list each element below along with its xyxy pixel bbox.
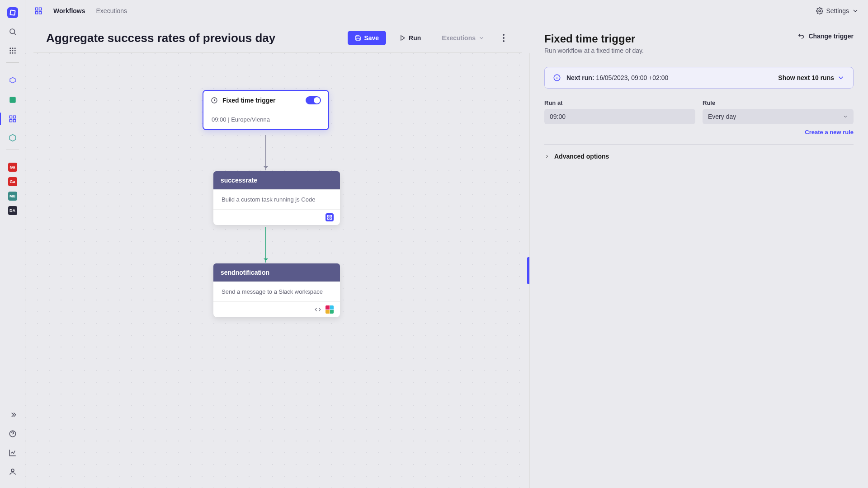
create-rule-link[interactable]: Create a new rule (805, 129, 854, 136)
svg-rect-30 (330, 218, 332, 220)
connector (265, 135, 266, 170)
help-icon[interactable] (7, 428, 18, 439)
rule-label: Rule (703, 99, 854, 106)
code-icon (314, 305, 322, 314)
svg-point-8 (12, 52, 13, 54)
js-code-icon (326, 213, 334, 221)
rail-divider (6, 62, 19, 63)
svg-point-16 (11, 469, 14, 472)
rule-select[interactable]: Every day (703, 109, 854, 124)
side-title: Fixed time trigger (544, 33, 644, 45)
more-vertical-icon (498, 33, 509, 43)
svg-rect-13 (9, 120, 12, 122)
executions-dropdown[interactable]: Executions (434, 31, 492, 45)
back-arrow-icon (797, 33, 805, 40)
svg-point-21 (819, 10, 821, 12)
workflows-icon (34, 7, 42, 15)
change-trigger-button[interactable]: Change trigger (797, 33, 854, 40)
svg-rect-20 (39, 12, 42, 14)
svg-rect-28 (330, 216, 332, 217)
topbar: Workflows Executions Settings (25, 0, 868, 22)
step1-desc: Build a custom task running js Code (213, 189, 340, 209)
advanced-options-toggle[interactable]: Advanced options (544, 153, 854, 160)
svg-point-6 (14, 50, 15, 52)
config-sidebar: Fixed time trigger Run workflow at a fix… (530, 22, 868, 488)
step2-desc: Send a message to a Slack workspace (213, 282, 340, 301)
svg-point-4 (9, 50, 11, 52)
run-button[interactable]: Run (392, 31, 428, 45)
canvas-header: Aggregate success rates of previous day … (33, 22, 522, 53)
svg-rect-12 (13, 116, 15, 118)
svg-rect-29 (328, 218, 330, 220)
svg-rect-11 (9, 116, 12, 118)
svg-point-0 (10, 29, 15, 34)
side-subtitle: Run workflow at a fixed time of day. (544, 47, 644, 54)
svg-point-24 (503, 37, 505, 39)
settings-button[interactable]: Settings (816, 7, 859, 14)
step-node-sendnotification[interactable]: sendnotification Send a message to a Sla… (213, 263, 340, 317)
svg-rect-10 (9, 97, 16, 103)
svg-rect-17 (35, 8, 38, 10)
next-run-label: Next run: (566, 74, 594, 81)
chevron-down-icon (843, 114, 848, 119)
trigger-title: Fixed time trigger (222, 97, 275, 104)
connector (265, 227, 266, 263)
chevron-right-icon (544, 154, 550, 159)
svg-point-7 (9, 52, 11, 54)
svg-rect-27 (328, 216, 330, 217)
next-run-value: 16/05/2023, 09:00 +02:00 (596, 74, 668, 81)
nav-cubes-icon[interactable] (7, 75, 18, 86)
sidebar-resize-handle[interactable] (527, 257, 529, 284)
step2-title: sendnotification (213, 263, 340, 282)
svg-point-5 (12, 50, 13, 52)
svg-point-25 (503, 40, 505, 42)
svg-point-9 (14, 52, 15, 54)
app-badge[interactable]: Ga (8, 177, 17, 186)
app-badge[interactable]: Ga (8, 163, 17, 172)
svg-point-2 (12, 47, 13, 49)
left-rail: Ga Ga Mu DA (0, 0, 25, 488)
svg-rect-14 (13, 120, 15, 122)
nav-workflows-icon[interactable] (7, 113, 18, 124)
app-badge[interactable]: DA (8, 206, 17, 215)
clock-icon (211, 97, 218, 104)
step1-title: successrate (213, 171, 340, 189)
app-badge[interactable]: Mu (8, 192, 17, 201)
more-menu-button[interactable] (498, 33, 509, 43)
search-icon[interactable] (7, 26, 18, 37)
expand-rail-icon[interactable] (7, 409, 18, 420)
tab-executions[interactable]: Executions (96, 7, 127, 14)
svg-rect-18 (39, 8, 42, 10)
next-run-info: Next run: 16/05/2023, 09:00 +02:00 Show … (544, 67, 854, 89)
show-next-runs-button[interactable]: Show next 10 runs (778, 74, 845, 82)
slack-icon (326, 305, 334, 314)
step-node-successrate[interactable]: successrate Build a custom task running … (213, 171, 340, 225)
trigger-node[interactable]: Fixed time trigger 09:00 | Europe/Vienna (203, 90, 329, 130)
save-icon (355, 35, 361, 41)
rail-divider (6, 150, 19, 150)
play-icon (400, 35, 406, 41)
settings-label: Settings (826, 7, 849, 14)
svg-point-1 (9, 47, 11, 49)
nav-hex-icon[interactable] (7, 132, 18, 143)
tab-workflows[interactable]: Workflows (53, 7, 85, 14)
info-icon (553, 74, 561, 82)
gear-icon (816, 7, 823, 14)
trigger-toggle[interactable] (306, 96, 321, 104)
divider (544, 144, 854, 145)
analytics-icon[interactable] (7, 447, 18, 458)
workflow-canvas[interactable]: Fixed time trigger 09:00 | Europe/Vienna… (25, 53, 530, 488)
chevron-down-icon (478, 35, 485, 41)
app-logo[interactable] (7, 7, 18, 18)
nav-chart-icon[interactable] (7, 94, 18, 105)
page-title: Aggregate success rates of previous day (46, 31, 275, 45)
svg-point-23 (503, 34, 505, 36)
chevron-down-icon (852, 7, 859, 14)
user-icon[interactable] (7, 466, 18, 477)
save-button[interactable]: Save (348, 31, 386, 45)
chevron-down-icon (837, 74, 845, 82)
svg-rect-19 (35, 12, 38, 14)
run-at-input[interactable]: 09:00 (544, 109, 695, 124)
apps-grid-icon[interactable] (7, 45, 18, 56)
svg-point-3 (14, 47, 15, 49)
